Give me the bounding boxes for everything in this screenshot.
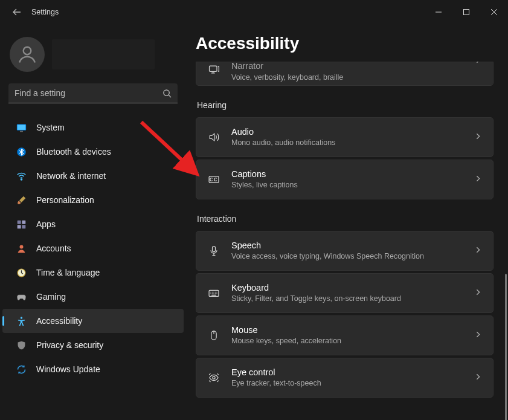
sidebar-item-label: Gaming bbox=[36, 292, 66, 302]
eye-icon bbox=[207, 371, 220, 384]
chevron-right-icon bbox=[474, 331, 482, 340]
window-controls bbox=[425, 2, 508, 22]
svg-rect-5 bbox=[19, 131, 22, 132]
setting-card-mouse[interactable]: Mouse Mouse keys, speed, acceleration bbox=[196, 315, 494, 355]
card-title: Eye control bbox=[231, 367, 474, 379]
sidebar: System Bluetooth & devices Network & int… bbox=[0, 24, 186, 420]
card-title: Keyboard bbox=[231, 282, 474, 294]
mouse-icon bbox=[207, 329, 220, 342]
card-title: Mouse bbox=[231, 325, 474, 337]
sidebar-item-label: Personalization bbox=[36, 195, 94, 205]
microphone-icon bbox=[207, 244, 220, 257]
shield-icon bbox=[16, 340, 27, 351]
close-button[interactable] bbox=[480, 2, 508, 22]
search-icon bbox=[162, 89, 172, 98]
sidebar-item-apps[interactable]: Apps bbox=[2, 212, 184, 236]
profile-row[interactable] bbox=[0, 31, 186, 77]
sidebar-item-personalization[interactable]: Personalization bbox=[2, 188, 184, 212]
avatar bbox=[10, 37, 45, 72]
search-input[interactable] bbox=[14, 88, 162, 98]
chevron-right-icon bbox=[474, 132, 482, 142]
card-subtitle: Mono audio, audio notifications bbox=[231, 138, 474, 148]
sidebar-item-label: Time & language bbox=[36, 268, 100, 277]
svg-rect-4 bbox=[17, 124, 25, 130]
card-title: Captions bbox=[231, 169, 474, 181]
setting-card-speech[interactable]: Speech Voice access, voice typing, Windo… bbox=[196, 231, 494, 271]
close-icon bbox=[491, 9, 497, 15]
paintbrush-icon bbox=[16, 195, 27, 205]
captions-icon bbox=[207, 173, 220, 186]
card-title: Audio bbox=[231, 126, 474, 138]
update-icon bbox=[16, 364, 27, 375]
chevron-right-icon bbox=[474, 246, 482, 256]
card-subtitle: Styles, live captions bbox=[231, 180, 474, 190]
minimize-icon bbox=[436, 9, 442, 15]
svg-rect-17 bbox=[213, 247, 216, 252]
sidebar-item-label: Accounts bbox=[36, 244, 71, 253]
svg-rect-11 bbox=[22, 225, 25, 228]
scroll-area[interactable]: Narrator Voice, verbosity, keyboard, bra… bbox=[196, 62, 494, 415]
card-subtitle: Voice access, voice typing, Windows Spee… bbox=[231, 251, 474, 262]
sidebar-item-update[interactable]: Windows Update bbox=[2, 357, 184, 381]
maximize-button[interactable] bbox=[452, 2, 480, 22]
card-subtitle: Sticky, Filter, and Toggle keys, on-scre… bbox=[231, 294, 474, 304]
card-subtitle: Voice, verbosity, keyboard, braille bbox=[231, 73, 474, 83]
svg-point-2 bbox=[164, 89, 169, 95]
minimize-button[interactable] bbox=[425, 2, 452, 22]
chevron-right-icon bbox=[474, 288, 482, 298]
svg-rect-16 bbox=[209, 176, 219, 183]
sidebar-item-system[interactable]: System bbox=[2, 115, 184, 140]
scrollbar[interactable] bbox=[505, 88, 507, 416]
svg-point-20 bbox=[213, 376, 215, 379]
audio-icon bbox=[207, 131, 220, 144]
section-header-interaction: Interaction bbox=[197, 214, 494, 224]
clock-icon bbox=[16, 267, 27, 278]
svg-rect-8 bbox=[17, 220, 21, 224]
card-subtitle: Eye tracker, text-to-speech bbox=[231, 378, 474, 389]
chevron-right-icon bbox=[474, 62, 482, 66]
card-title: Speech bbox=[231, 240, 474, 252]
svg-point-14 bbox=[20, 317, 22, 318]
svg-rect-0 bbox=[464, 10, 469, 15]
svg-rect-9 bbox=[22, 220, 25, 224]
chevron-right-icon bbox=[474, 373, 482, 383]
svg-point-12 bbox=[19, 245, 23, 248]
sidebar-item-network[interactable]: Network & internet bbox=[2, 164, 184, 188]
setting-card-captions[interactable]: Captions Styles, live captions bbox=[196, 160, 494, 199]
svg-point-1 bbox=[24, 47, 31, 55]
sidebar-item-accounts[interactable]: Accounts bbox=[2, 236, 184, 260]
wifi-icon bbox=[16, 170, 27, 181]
back-button[interactable] bbox=[5, 0, 29, 24]
scrollbar-thumb[interactable] bbox=[505, 274, 507, 420]
svg-point-7 bbox=[21, 179, 22, 180]
back-arrow-icon bbox=[12, 7, 22, 17]
svg-rect-10 bbox=[17, 225, 21, 228]
profile-info bbox=[52, 39, 155, 69]
sidebar-item-label: Network & internet bbox=[36, 171, 106, 181]
narrator-icon bbox=[207, 63, 220, 76]
sidebar-item-gaming[interactable]: Gaming bbox=[2, 285, 184, 309]
main-content: Accessibility Narrator Voice, verbosity,… bbox=[186, 24, 508, 420]
sidebar-item-bluetooth[interactable]: Bluetooth & devices bbox=[2, 140, 184, 164]
window-title: Settings bbox=[31, 8, 59, 16]
sidebar-item-accessibility[interactable]: Accessibility bbox=[2, 309, 184, 333]
sidebar-item-label: Privacy & security bbox=[36, 340, 103, 350]
user-icon bbox=[16, 44, 38, 65]
setting-card-eye-control[interactable]: Eye control Eye tracker, text-to-speech bbox=[196, 358, 494, 398]
setting-card-narrator[interactable]: Narrator Voice, verbosity, keyboard, bra… bbox=[196, 62, 494, 86]
bluetooth-icon bbox=[16, 146, 27, 157]
card-subtitle: Mouse keys, speed, acceleration bbox=[231, 336, 474, 346]
search-box[interactable] bbox=[8, 83, 178, 103]
keyboard-icon bbox=[207, 286, 220, 300]
sidebar-item-privacy[interactable]: Privacy & security bbox=[2, 333, 184, 357]
sidebar-item-label: Accessibility bbox=[36, 316, 82, 326]
maximize-icon bbox=[463, 9, 469, 15]
apps-icon bbox=[16, 219, 27, 230]
sidebar-item-label: Bluetooth & devices bbox=[36, 147, 111, 157]
sidebar-item-label: System bbox=[36, 123, 65, 132]
svg-rect-15 bbox=[210, 66, 217, 71]
nav: System Bluetooth & devices Network & int… bbox=[0, 112, 186, 381]
setting-card-audio[interactable]: Audio Mono audio, audio notifications bbox=[196, 117, 494, 157]
sidebar-item-time[interactable]: Time & language bbox=[2, 260, 184, 285]
setting-card-keyboard[interactable]: Keyboard Sticky, Filter, and Toggle keys… bbox=[196, 273, 494, 313]
